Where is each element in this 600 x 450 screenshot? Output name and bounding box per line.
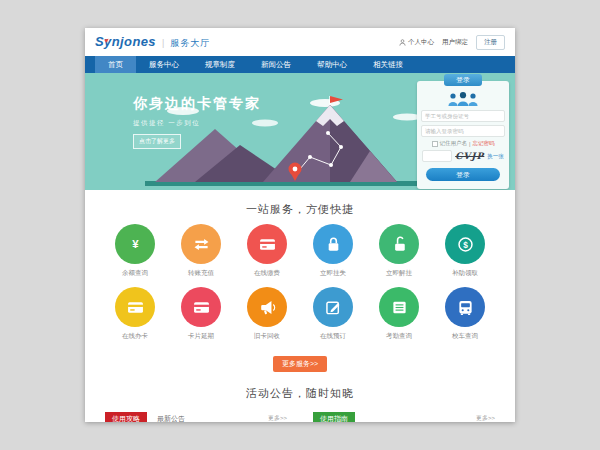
captcha-image: CVJP	[455, 151, 484, 161]
login-options-row: 记住用户名 | 忘记密码	[417, 140, 509, 147]
login-panel: 登录 记住用户名 | 忘记密码	[417, 81, 509, 189]
service-label: 余额查询	[122, 269, 148, 278]
screenshot-stage: Synjones | 服务大厅 个人中心 用户绑定 注册 首页服务中心规章制度新…	[0, 0, 600, 450]
announcements-title: 活动公告，随时知晓	[85, 386, 515, 401]
hero-subtitle: 提供捷径 一步到位	[133, 119, 261, 128]
hero-copy: 你身边的卡管专家 提供捷径 一步到位 点击了解更多	[133, 95, 261, 149]
nav-item-0[interactable]: 首页	[95, 56, 136, 73]
user-link-personal-center[interactable]: 个人中心	[399, 38, 434, 47]
list-icon	[379, 287, 419, 327]
service-label: 旧卡回收	[254, 332, 280, 341]
service-label: 转账充值	[188, 269, 214, 278]
service-item-10[interactable]: 考勤查询	[379, 287, 419, 341]
service-label: 在线缴费	[254, 269, 280, 278]
announcements-right-column: 使用指南 更多>>	[313, 409, 495, 422]
card-icon	[115, 287, 155, 327]
service-item-3[interactable]: 立即挂失	[313, 224, 353, 278]
service-label: 考勤查询	[386, 332, 412, 341]
users-icon	[417, 91, 509, 107]
service-label: 在线办卡	[122, 332, 148, 341]
service-label: 卡片延期	[188, 332, 214, 341]
svg-text:$: $	[463, 239, 468, 249]
service-item-5[interactable]: $补助领取	[445, 224, 485, 278]
tab-latest-announcements[interactable]: 最新公告	[157, 412, 185, 422]
service-item-0[interactable]: ¥余额查询	[115, 224, 155, 278]
service-item-4[interactable]: 立即解挂	[379, 224, 419, 278]
announcements-section: 活动公告，随时知晓 使用攻略 最新公告 更多>> 使用指南 更多>>	[85, 386, 515, 422]
captcha-input[interactable]	[422, 150, 452, 162]
page: Synjones | 服务大厅 个人中心 用户绑定 注册 首页服务中心规章制度新…	[85, 28, 515, 422]
transfer-icon	[181, 224, 221, 264]
user-link-binding[interactable]: 用户绑定	[442, 38, 468, 47]
service-item-8[interactable]: 旧卡回收	[247, 287, 287, 341]
service-item-11[interactable]: 校车查询	[445, 287, 485, 341]
service-label: 立即解挂	[386, 269, 412, 278]
person-icon	[399, 39, 406, 46]
yen-icon: ¥	[115, 224, 155, 264]
header: Synjones | 服务大厅 个人中心 用户绑定 注册	[85, 28, 515, 56]
header-divider: |	[162, 38, 164, 48]
hero-banner: 你身边的卡管专家 提供捷径 一步到位 点击了解更多 登录	[85, 73, 515, 190]
service-item-9[interactable]: 在线预订	[313, 287, 353, 341]
hero-cta-button[interactable]: 点击了解更多	[133, 134, 181, 149]
site-name: 服务大厅	[170, 37, 210, 50]
remember-label: 记住用户名	[440, 140, 468, 147]
card-icon	[247, 224, 287, 264]
captcha-row: CVJP 换一张	[417, 150, 509, 162]
edit-icon	[313, 287, 353, 327]
logo[interactable]: Synjones | 服务大厅	[95, 34, 210, 50]
username-input[interactable]	[421, 110, 505, 122]
services-title: 一站服务，方便快捷	[85, 202, 515, 217]
tab-usage-strategy[interactable]: 使用攻略	[105, 412, 147, 422]
service-label: 补助领取	[452, 269, 478, 278]
service-label: 立即挂失	[320, 269, 346, 278]
forgot-password-link[interactable]: 忘记密码	[472, 140, 494, 147]
captcha-refresh-link[interactable]: 换一张	[487, 153, 504, 160]
bus-icon	[445, 287, 485, 327]
nav-item-3[interactable]: 新闻公告	[248, 56, 304, 73]
service-item-1[interactable]: 转账充值	[181, 224, 221, 278]
service-label: 在线预订	[320, 332, 346, 341]
service-item-2[interactable]: 在线缴费	[247, 224, 287, 278]
service-item-7[interactable]: 卡片延期	[181, 287, 221, 341]
card-icon	[181, 287, 221, 327]
services-section: 一站服务，方便快捷 ¥余额查询转账充值在线缴费立即挂失立即解挂$补助领取 在线办…	[85, 202, 515, 372]
more-services-button[interactable]: 更多服务>>	[273, 356, 327, 372]
service-item-6[interactable]: 在线办卡	[115, 287, 155, 341]
login-submit-button[interactable]: 登录	[426, 168, 500, 181]
services-row-1: ¥余额查询转账充值在线缴费立即挂失立即解挂$补助领取	[85, 224, 515, 278]
options-divider: |	[469, 141, 470, 147]
coin-icon: $	[445, 224, 485, 264]
svg-text:¥: ¥	[132, 238, 139, 250]
header-user-area: 个人中心 用户绑定 注册	[399, 35, 505, 50]
lock-icon	[313, 224, 353, 264]
right-more-link[interactable]: 更多>>	[476, 412, 495, 422]
service-label: 校车查询	[452, 332, 478, 341]
nav-item-2[interactable]: 规章制度	[192, 56, 248, 73]
unlock-icon	[379, 224, 419, 264]
left-more-link[interactable]: 更多>>	[268, 412, 287, 422]
password-input[interactable]	[421, 125, 505, 137]
services-row-2: 在线办卡卡片延期旧卡回收在线预订考勤查询校车查询	[85, 287, 515, 341]
nav-item-5[interactable]: 相关链接	[360, 56, 416, 73]
megaphone-icon	[247, 287, 287, 327]
login-tab[interactable]: 登录	[444, 74, 482, 86]
nav-item-4[interactable]: 帮助中心	[304, 56, 360, 73]
announcement-tabs-row: 使用攻略 最新公告 更多>> 使用指南 更多>>	[85, 409, 515, 422]
main-nav: 首页服务中心规章制度新闻公告帮助中心相关链接	[85, 56, 515, 73]
logo-text: Synjones	[95, 34, 156, 49]
hero-title: 你身边的卡管专家	[133, 95, 261, 113]
announcements-left-column: 使用攻略 最新公告 更多>>	[105, 409, 287, 422]
tab-usage-guide[interactable]: 使用指南	[313, 412, 355, 422]
register-button[interactable]: 注册	[476, 35, 505, 50]
nav-item-1[interactable]: 服务中心	[136, 56, 192, 73]
remember-checkbox[interactable]	[432, 141, 438, 147]
